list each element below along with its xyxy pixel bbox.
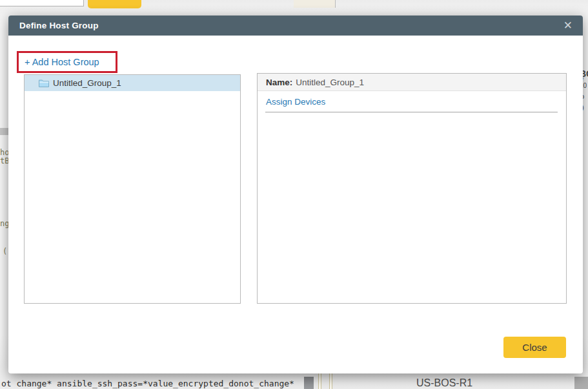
name-label: Name: [266,78,292,87]
host-group-detail-panel: Name: Untitled_Group_1 Assign Devices [257,73,567,304]
background-text-fragment: ( [3,247,7,256]
host-group-name: Untitled_Group_1 [53,78,121,88]
host-group-list-panel: Untitled_Group_1 [24,74,241,304]
background-gray-band [0,128,8,135]
define-host-group-dialog: Define Host Group ✕ + Add Host Group Unt… [8,16,583,373]
add-host-group-highlight-box: + Add Host Group [17,51,117,73]
assign-devices-link[interactable]: Assign Devices [266,97,325,107]
dialog-title: Define Host Group [19,21,99,30]
host-group-list-item[interactable]: Untitled_Group_1 [25,75,240,91]
background-table-column-border [318,373,321,389]
background-scrollbar-thumb [304,377,314,389]
dialog-header: Define Host Group ✕ [8,16,583,36]
add-host-group-link[interactable]: + Add Host Group [25,57,99,67]
folder-icon [39,79,49,87]
background-table-column-border [329,373,332,389]
close-button[interactable]: Close [503,337,566,358]
background-panel-edge [294,0,336,8]
background-device-name: US-BOS-R1 [416,377,472,389]
group-name-header: Name: Untitled_Group_1 [258,74,566,91]
background-yellow-button [88,0,141,8]
divider [265,112,558,112]
close-icon[interactable]: ✕ [563,20,573,31]
name-value: Untitled_Group_1 [296,78,364,87]
background-input-field [0,0,84,6]
background-scrollbar-block [574,377,588,389]
background-config-text: ot change* ansible_ssh_pass=*value_encry… [1,379,294,388]
